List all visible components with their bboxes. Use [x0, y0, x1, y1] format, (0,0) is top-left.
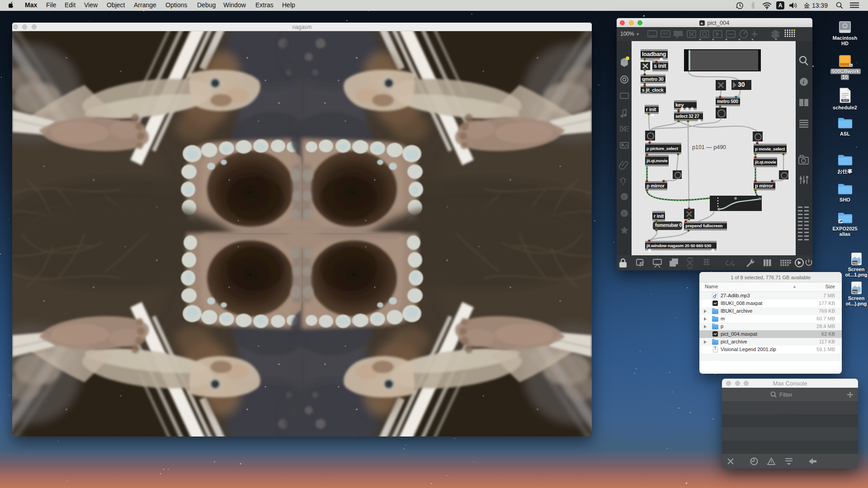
svg-text:b: b: [623, 211, 625, 216]
svg-text:v: v: [623, 194, 625, 199]
svg-text:PNG: PNG: [853, 291, 859, 293]
svg-text:TEXT: TEXT: [842, 99, 849, 102]
svg-text:i: i: [803, 79, 805, 85]
svg-text:PNG: PNG: [853, 262, 859, 264]
